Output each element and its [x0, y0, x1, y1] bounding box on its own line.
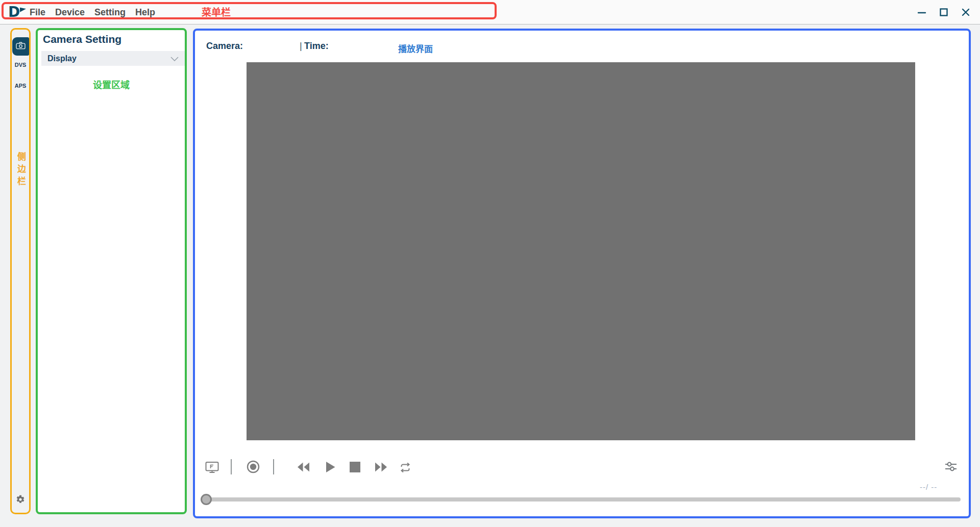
sliders-icon — [945, 466, 957, 474]
app-logo-icon: D — [8, 4, 29, 21]
annotation-label-settings-area: 设置区域 — [38, 78, 185, 91]
monitor-icon — [205, 467, 219, 475]
annotation-label-menubar: 菜单栏 — [202, 5, 231, 18]
sidebar: DVS APS 侧边栏 — [10, 28, 31, 514]
adjust-settings-button[interactable] — [945, 461, 957, 474]
record-icon — [247, 467, 260, 475]
rewind-icon — [297, 466, 310, 473]
minimize-icon[interactable] — [917, 7, 927, 17]
loop-icon — [399, 467, 411, 474]
menu-items: File Device Setting Help — [30, 0, 155, 24]
playback-time-display: --/ -- — [920, 483, 950, 491]
header-divider: | — [300, 41, 302, 52]
menu-item-setting[interactable]: Setting — [94, 7, 126, 18]
camera-settings-panel: Camera Setting Display 设置区域 — [36, 28, 187, 514]
stop-button[interactable] — [350, 462, 360, 474]
settings-panel-title: Camera Setting — [43, 33, 121, 45]
fast-forward-button[interactable] — [375, 462, 388, 473]
close-icon[interactable] — [961, 7, 971, 17]
play-icon — [325, 467, 336, 474]
window-controls — [917, 0, 971, 24]
controls-divider — [231, 459, 232, 474]
record-button[interactable] — [247, 460, 260, 475]
menu-item-help[interactable]: Help — [135, 7, 155, 18]
fast-forward-icon — [375, 466, 388, 473]
display-dropdown[interactable]: Display — [41, 51, 185, 66]
sidebar-item-dvs[interactable]: DVS — [12, 62, 29, 68]
annotation-label-sidebar: 侧边栏 — [12, 152, 29, 189]
sidebar-settings-button[interactable] — [12, 495, 29, 506]
controls-divider — [273, 459, 274, 474]
menu-item-file[interactable]: File — [30, 7, 45, 18]
sidebar-item-camera[interactable] — [12, 37, 29, 56]
camera-icon — [16, 42, 26, 52]
play-button[interactable] — [325, 461, 336, 474]
time-label: Time: — [304, 41, 329, 52]
playback-panel: Camera: | Time: 播放界面 — [193, 29, 971, 518]
app-logo-letter: D — [8, 4, 20, 20]
menu-bar: D File Device Setting Help — [0, 0, 980, 24]
app-logo-flag — [20, 7, 26, 12]
camera-label: Camera: — [206, 41, 243, 52]
stop-icon — [350, 466, 360, 474]
annotation-label-playback: 播放界面 — [398, 42, 433, 55]
menu-item-device[interactable]: Device — [55, 7, 85, 18]
fullscreen-monitor-button[interactable] — [205, 461, 219, 475]
sidebar-vertical-text: 侧边栏 — [14, 152, 27, 189]
seek-slider-track[interactable] — [206, 497, 961, 501]
rewind-button[interactable] — [297, 462, 310, 473]
loop-button[interactable] — [399, 462, 411, 474]
gear-icon — [16, 495, 25, 506]
sidebar-item-aps[interactable]: APS — [12, 83, 29, 89]
video-display-area — [247, 62, 915, 440]
display-dropdown-label: Display — [47, 54, 77, 63]
seek-slider-handle[interactable] — [201, 494, 212, 505]
maximize-icon[interactable] — [939, 7, 949, 17]
chevron-down-icon — [170, 54, 179, 63]
